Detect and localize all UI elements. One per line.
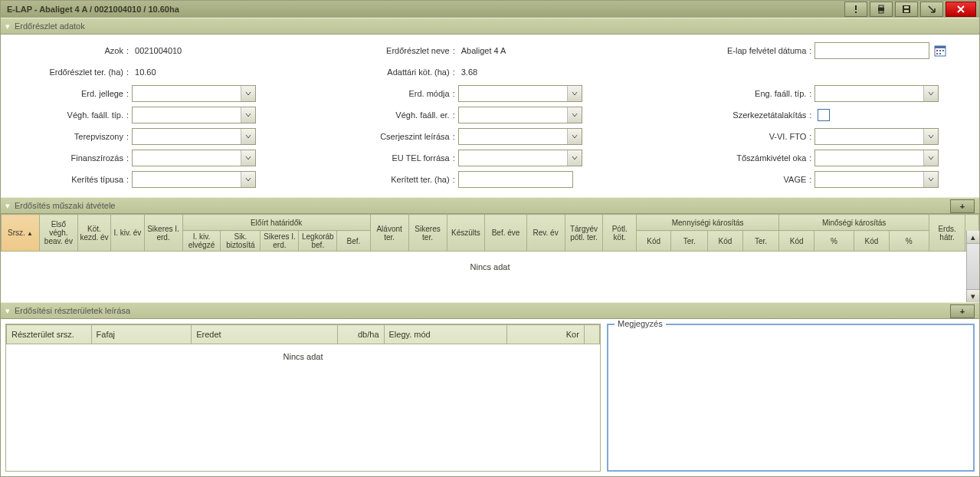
panel-header-1[interactable]: ▾ Erdőrészlet adatok bbox=[1, 18, 979, 35]
add-row-button-1[interactable]: + bbox=[950, 199, 975, 213]
note-legend: Megjegyzés bbox=[615, 319, 666, 328]
col-reszsrsz[interactable]: Részterület srsz. bbox=[7, 325, 92, 344]
label-vegh-faall-er: Végh. faáll. er. bbox=[335, 110, 453, 120]
chevron-down-icon[interactable] bbox=[567, 150, 582, 166]
col-m-kod2[interactable]: Kód bbox=[708, 231, 743, 252]
col-dbha[interactable]: db/ha bbox=[338, 325, 384, 344]
chevron-down-icon[interactable] bbox=[567, 107, 582, 123]
col-ikiv[interactable]: I. kiv. év bbox=[111, 215, 144, 252]
col-m-ter2[interactable]: Ter. bbox=[742, 231, 779, 252]
combo-input[interactable] bbox=[815, 129, 923, 144]
combo-vegh-faall-tip[interactable] bbox=[132, 107, 256, 123]
chevron-down-icon[interactable] bbox=[241, 150, 255, 166]
col-q-kod2[interactable]: Kód bbox=[854, 231, 890, 252]
col-hi-sikb[interactable]: Sik. biztosítá bbox=[221, 231, 261, 252]
col-srsz[interactable]: Srsz.▲ bbox=[2, 215, 40, 252]
col-g2-blank bbox=[584, 325, 599, 344]
col-hi-leg[interactable]: Legkoráb bef. bbox=[299, 231, 337, 252]
combo-v-vi-fto[interactable] bbox=[814, 128, 939, 145]
combo-input[interactable] bbox=[133, 150, 241, 166]
panel-header-2[interactable]: ▾ Erdősítés műszaki átvétele + bbox=[1, 197, 979, 214]
combo-input[interactable] bbox=[815, 150, 923, 166]
scroll-down-icon[interactable]: ▾ bbox=[967, 289, 979, 302]
col-keszult[interactable]: Készülts bbox=[447, 215, 485, 252]
calendar-button[interactable] bbox=[934, 44, 946, 57]
combo-input[interactable] bbox=[459, 86, 567, 101]
combo-input[interactable] bbox=[133, 129, 241, 144]
combo-input[interactable] bbox=[133, 86, 241, 101]
col-erdshatr[interactable]: Erds. hátr. bbox=[929, 215, 965, 252]
combo-finanszirozas[interactable] bbox=[132, 150, 256, 166]
svg-rect-6 bbox=[904, 6, 909, 8]
chevron-down-icon[interactable] bbox=[923, 86, 938, 101]
combo-input[interactable] bbox=[459, 107, 567, 123]
col-revev[interactable]: Rev. év bbox=[526, 215, 565, 252]
col-targyev[interactable]: Tárgyév pótl. ter. bbox=[565, 215, 603, 252]
col-q-pc2[interactable]: % bbox=[889, 231, 929, 252]
col-elso[interactable]: Első végh. beav. év bbox=[39, 215, 77, 252]
chevron-down-icon[interactable] bbox=[923, 150, 938, 166]
combo-input[interactable] bbox=[133, 172, 241, 187]
titlebar-save-button[interactable] bbox=[895, 2, 918, 17]
grid1-scrollbar[interactable]: ▴ ▾ bbox=[966, 231, 979, 302]
chevron-down-icon[interactable] bbox=[567, 129, 582, 144]
note-textarea[interactable] bbox=[615, 331, 970, 467]
panel-header-3[interactable]: ▾ Erdősítési részterületek leírása + bbox=[1, 302, 979, 319]
col-befeve[interactable]: Bef. éve bbox=[485, 215, 526, 252]
spacer-3-2 bbox=[660, 64, 972, 81]
value-azok: 0021004010 bbox=[132, 46, 182, 55]
combo-input[interactable] bbox=[815, 172, 923, 187]
app-window: E-LAP - Abaliget 4 A / 0021004010 / 10.6… bbox=[0, 0, 980, 477]
chevron-down-icon[interactable] bbox=[241, 129, 255, 144]
combo-input[interactable] bbox=[815, 86, 923, 101]
combo-cserjeszint[interactable] bbox=[458, 128, 582, 145]
scroll-up-icon[interactable]: ▴ bbox=[967, 231, 979, 244]
panel-reszteruletek: ▾ Erdősítési részterületek leírása + Rés… bbox=[1, 302, 979, 476]
field-erd-modja: Erd. módja: bbox=[335, 85, 646, 102]
chevron-down-icon[interactable] bbox=[241, 86, 255, 101]
combo-input[interactable] bbox=[133, 107, 241, 123]
titlebar-alert-button[interactable] bbox=[844, 2, 867, 17]
titlebar-minimize-button[interactable] bbox=[920, 2, 943, 17]
col-sikter[interactable]: Sikeres ter. bbox=[408, 215, 447, 252]
add-row-button-2[interactable]: + bbox=[950, 304, 975, 318]
col-kor[interactable]: Kor bbox=[507, 325, 585, 344]
combo-eng-faall-tip[interactable] bbox=[814, 85, 939, 102]
combo-vage[interactable] bbox=[814, 171, 939, 188]
col-q-kod1[interactable]: Kód bbox=[779, 231, 814, 252]
colgroup-mennyisegi: Mennyiségi károsítás bbox=[636, 215, 779, 231]
checkbox-szerkezetatalakitas[interactable] bbox=[818, 109, 830, 121]
col-hi-sik1[interactable]: Sikeres I. erd. bbox=[261, 231, 299, 252]
col-fafaj[interactable]: Fafaj bbox=[91, 325, 192, 344]
col-kot[interactable]: Köt. kezd. év bbox=[77, 215, 110, 252]
combo-kerites-tipusa[interactable] bbox=[132, 171, 256, 188]
combo-vegh-faall-er[interactable] bbox=[458, 107, 582, 123]
col-elegy[interactable]: Elegy. mód bbox=[384, 325, 507, 344]
input-keritett-ter[interactable] bbox=[458, 171, 573, 188]
combo-terepviszony[interactable] bbox=[132, 128, 256, 145]
panel-title-3: Erdősítési részterületek leírása bbox=[15, 306, 130, 315]
chevron-down-icon[interactable] bbox=[241, 172, 255, 187]
col-m-kod1[interactable]: Kód bbox=[636, 231, 671, 252]
combo-toszamkivetel[interactable] bbox=[814, 150, 939, 166]
col-m-ter1[interactable]: Ter. bbox=[671, 231, 708, 252]
chevron-down-icon[interactable] bbox=[923, 129, 938, 144]
chevron-down-icon[interactable] bbox=[567, 86, 582, 101]
col-hi-ikiv[interactable]: I. kiv. elvégzé bbox=[182, 231, 221, 252]
col-alavont[interactable]: Alávont ter. bbox=[370, 215, 408, 252]
combo-input[interactable] bbox=[459, 129, 567, 144]
col-q-pc1[interactable]: % bbox=[814, 231, 854, 252]
col-hi-bef[interactable]: Bef. bbox=[337, 231, 370, 252]
combo-erd-modja[interactable] bbox=[458, 85, 582, 102]
input-elap-datum[interactable] bbox=[814, 42, 929, 59]
combo-eu-tel-forrasa[interactable] bbox=[458, 150, 582, 166]
col-eredet[interactable]: Eredet bbox=[192, 325, 338, 344]
titlebar-print-button[interactable] bbox=[870, 2, 893, 17]
chevron-down-icon[interactable] bbox=[241, 107, 255, 123]
titlebar-close-button[interactable] bbox=[946, 2, 976, 17]
combo-erd-jellege[interactable] bbox=[132, 85, 256, 102]
chevron-down-icon[interactable] bbox=[923, 172, 938, 187]
combo-input[interactable] bbox=[459, 150, 567, 166]
col-siker[interactable]: Sikeres I. erd. bbox=[144, 215, 182, 252]
col-potlkot[interactable]: Pótl. köt. bbox=[603, 215, 636, 252]
